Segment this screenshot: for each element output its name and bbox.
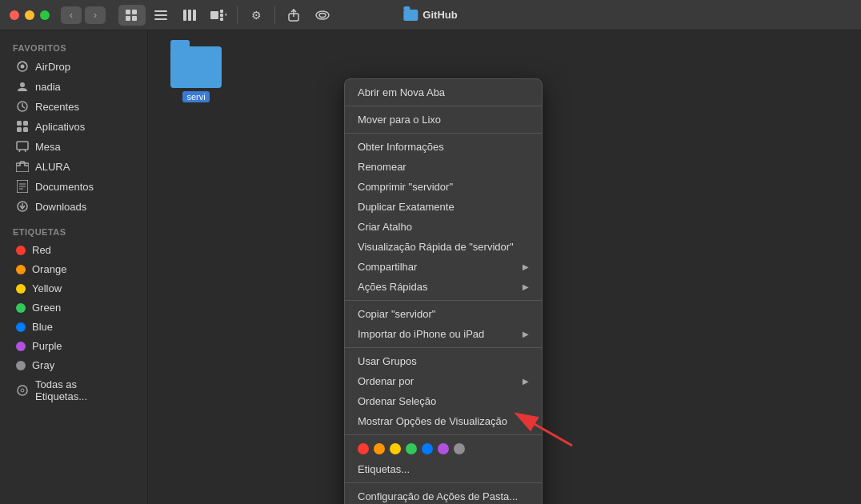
- tags-label: Etiquetas: [0, 222, 147, 240]
- cm-rename[interactable]: Renomear: [345, 157, 542, 177]
- cm-color-red[interactable]: [358, 443, 369, 454]
- cm-folder-actions[interactable]: Configuração de Ações de Pasta...: [345, 486, 542, 504]
- svg-rect-10: [210, 11, 218, 19]
- sidebar-item-recentes[interactable]: Recentes: [3, 97, 144, 116]
- sidebar-item-purple-label: Purple: [32, 340, 62, 352]
- svg-rect-1: [132, 10, 137, 14]
- sidebar-item-downloads-label: Downloads: [35, 201, 86, 213]
- back-button[interactable]: ‹: [61, 6, 82, 24]
- svg-rect-4: [154, 10, 167, 12]
- sidebar-item-documentos-label: Documentos: [35, 181, 94, 193]
- cm-color-blue[interactable]: [422, 443, 433, 454]
- cm-duplicate[interactable]: Duplicar Exatamente: [345, 197, 542, 217]
- svg-rect-3: [132, 16, 137, 21]
- sidebar-item-orange[interactable]: Orange: [3, 260, 144, 278]
- forward-button[interactable]: ›: [85, 6, 106, 24]
- alura-icon: [16, 160, 29, 173]
- toolbar-icons: ⚙: [118, 5, 336, 26]
- sidebar-item-gray-label: Gray: [32, 359, 54, 371]
- cm-share[interactable]: Compartilhar: [345, 257, 542, 277]
- svg-rect-11: [220, 10, 223, 13]
- sidebar-item-all-tags-label: Todas as Etiquetas...: [35, 378, 131, 402]
- sidebar-item-mesa[interactable]: Mesa: [3, 137, 144, 156]
- cm-move-trash[interactable]: Mover para o Lixo: [345, 110, 542, 130]
- red-tag-dot: [16, 246, 26, 255]
- cm-get-info[interactable]: Obter Informações: [345, 137, 542, 157]
- svg-rect-2: [126, 16, 130, 21]
- sidebar-item-orange-label: Orange: [32, 263, 66, 275]
- gray-tag-dot: [16, 361, 26, 370]
- folder-item-servidor[interactable]: servi: [164, 46, 228, 102]
- cm-separator-1: [345, 106, 542, 106]
- svg-rect-25: [17, 127, 22, 132]
- cm-alias[interactable]: Criar Atalho: [345, 217, 542, 237]
- cm-tags[interactable]: Etiquetas...: [345, 459, 542, 479]
- nav-buttons: ‹ ›: [61, 6, 106, 24]
- titlebar-text: GitHub: [422, 9, 457, 21]
- cm-compress[interactable]: Comprimir "servidor": [345, 177, 542, 197]
- nadia-icon: [16, 80, 29, 93]
- cm-use-groups[interactable]: Usar Grupos: [345, 351, 542, 371]
- sidebar-item-nadia[interactable]: nadia: [3, 77, 144, 96]
- cm-copy[interactable]: Copiar "servidor": [345, 304, 542, 324]
- sidebar-item-aplicativos[interactable]: Aplicativos: [3, 117, 144, 136]
- main-layout: Favoritos AirDrop nadia Recentes Aplicat…: [0, 30, 861, 504]
- svg-point-18: [319, 13, 326, 17]
- view-icon-grid[interactable]: [118, 5, 146, 26]
- sidebar-item-yellow[interactable]: Yellow: [3, 279, 144, 298]
- svg-point-38: [21, 389, 24, 392]
- view-icon-gallery[interactable]: [205, 5, 232, 26]
- svg-rect-13: [220, 18, 223, 21]
- maximize-button[interactable]: [40, 10, 50, 20]
- folder-label: servi: [182, 91, 209, 102]
- cm-color-yellow[interactable]: [390, 443, 401, 454]
- svg-point-21: [20, 82, 25, 87]
- sidebar-item-recentes-label: Recentes: [35, 101, 79, 113]
- cm-import-iphone[interactable]: Importar do iPhone ou iPad: [345, 324, 542, 344]
- minimize-button[interactable]: [25, 10, 34, 20]
- mesa-icon: [16, 140, 29, 153]
- close-button[interactable]: [10, 10, 19, 20]
- svg-rect-24: [23, 121, 28, 126]
- sidebar-item-blue[interactable]: Blue: [3, 318, 144, 336]
- sidebar-item-documentos[interactable]: Documentos: [3, 177, 144, 196]
- arrow-overlay: [492, 390, 588, 456]
- sidebar-item-red[interactable]: Red: [3, 241, 144, 259]
- sidebar-item-all-tags[interactable]: Todas as Etiquetas...: [3, 375, 144, 406]
- cm-color-purple[interactable]: [438, 443, 449, 454]
- view-icon-list[interactable]: [147, 5, 174, 26]
- sidebar-item-downloads[interactable]: Downloads: [3, 197, 144, 216]
- cm-sort-by[interactable]: Ordenar por: [345, 371, 542, 391]
- arrow-svg: [492, 390, 588, 454]
- sidebar-item-mesa-label: Mesa: [35, 141, 61, 153]
- cm-color-orange[interactable]: [374, 443, 385, 454]
- sidebar-item-airdrop[interactable]: AirDrop: [3, 57, 144, 76]
- titlebar: ‹ › ⚙ GitHub: [0, 0, 861, 30]
- sidebar-item-gray[interactable]: Gray: [3, 356, 144, 374]
- cm-quicklook[interactable]: Visualização Rápida de "servidor": [345, 237, 542, 257]
- sidebar-item-yellow-label: Yellow: [32, 282, 62, 294]
- blue-tag-dot: [16, 322, 26, 332]
- share-icon[interactable]: [280, 5, 307, 26]
- actions-icon[interactable]: ⚙: [242, 5, 270, 26]
- sidebar-item-alura-label: ALURA: [35, 161, 70, 173]
- cm-quick-actions[interactable]: Ações Rápidas: [345, 277, 542, 297]
- cm-color-green[interactable]: [406, 443, 417, 454]
- airdrop-icon: [16, 60, 29, 73]
- tag-icon[interactable]: [309, 5, 336, 26]
- sidebar-item-alura[interactable]: ALURA: [3, 157, 144, 176]
- cm-open-new-tab[interactable]: Abrir em Nova Aba: [345, 82, 542, 102]
- sidebar-item-purple[interactable]: Purple: [3, 337, 144, 355]
- sidebar-item-green[interactable]: Green: [3, 298, 144, 317]
- cm-separator-2: [345, 133, 542, 134]
- svg-marker-14: [225, 12, 226, 18]
- view-icon-columns[interactable]: [176, 5, 203, 26]
- sidebar-item-aplicativos-label: Aplicativos: [35, 121, 85, 133]
- titlebar-folder-icon: [403, 10, 418, 21]
- svg-rect-7: [183, 10, 186, 21]
- cm-color-gray[interactable]: [454, 443, 465, 454]
- svg-rect-0: [126, 10, 130, 14]
- svg-line-29: [25, 150, 26, 152]
- sidebar-item-blue-label: Blue: [32, 321, 53, 333]
- sidebar-item-green-label: Green: [32, 302, 61, 314]
